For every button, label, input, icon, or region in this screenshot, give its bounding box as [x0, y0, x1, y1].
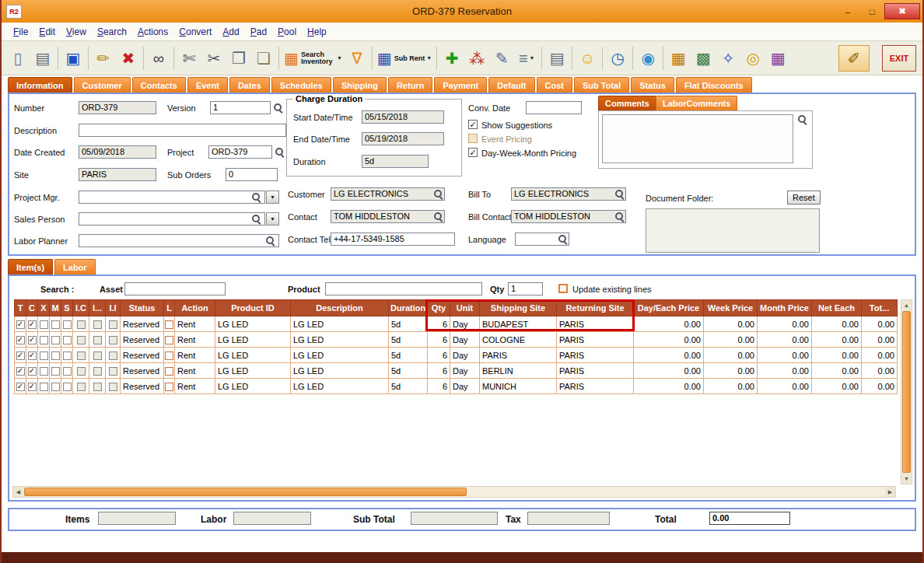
asset-input[interactable]: [124, 282, 226, 295]
col-returning-site[interactable]: Returning Site: [557, 300, 634, 316]
row-checkbox[interactable]: [28, 320, 37, 329]
globe-icon[interactable]: ◉: [635, 44, 660, 72]
cell-duration[interactable]: 5d: [389, 363, 428, 379]
cell-unit[interactable]: Day: [450, 348, 480, 363]
tab-sub-total[interactable]: Sub Total: [574, 77, 629, 93]
row-checkbox-cell[interactable]: [61, 379, 73, 394]
col-i[interactable]: I...: [89, 300, 106, 316]
table-row[interactable]: ReservedRentLG LEDLG LED5d6DayBUDAPESTPA…: [15, 316, 898, 332]
vertical-scrollbar[interactable]: [901, 299, 912, 484]
cell-qty[interactable]: 6: [428, 363, 450, 379]
cards-stack-icon[interactable]: ≡▼: [514, 44, 539, 72]
row-checkbox[interactable]: [93, 367, 102, 376]
tab-event[interactable]: Event: [187, 77, 228, 93]
menu-file[interactable]: File: [8, 24, 33, 40]
row-checkbox[interactable]: [28, 367, 37, 376]
project-field[interactable]: ORD-379: [208, 145, 272, 159]
l-checkbox[interactable]: [165, 351, 173, 360]
cell-status[interactable]: Reserved: [121, 332, 164, 348]
row-checkbox-cell[interactable]: [15, 363, 26, 379]
project-mgr-dropdown-button[interactable]: [266, 191, 279, 204]
bill-contact-field[interactable]: TOM HIDDLESTON: [511, 210, 626, 223]
col-month-price[interactable]: Month Price: [758, 300, 812, 316]
cell-description[interactable]: LG LED: [291, 332, 389, 348]
row-checkbox[interactable]: [51, 336, 60, 344]
col-product-id[interactable]: Product ID: [215, 300, 291, 316]
cell-shipping-site[interactable]: PARIS: [480, 348, 557, 363]
tab-status[interactable]: Status: [631, 77, 674, 93]
row-checkbox-cell[interactable]: [50, 379, 61, 394]
cell-shipping-site[interactable]: COLOGNE: [480, 332, 557, 348]
menu-actions[interactable]: Actions: [132, 24, 173, 40]
scroll-up-icon[interactable]: [901, 300, 912, 310]
table-row[interactable]: ReservedRentLG LEDLG LED5d6DayCOLOGNEPAR…: [15, 332, 898, 348]
project-mgr-search-icon[interactable]: [251, 192, 262, 203]
row-checkbox[interactable]: [77, 383, 86, 391]
row-checkbox[interactable]: [63, 351, 72, 360]
cell-product-id[interactable]: LG LED: [215, 332, 291, 348]
cut-document-icon[interactable]: ✄: [177, 44, 201, 72]
cell-returning-site[interactable]: PARIS: [557, 348, 634, 363]
cell-qty[interactable]: 6: [428, 379, 450, 394]
cell-action[interactable]: Rent: [175, 348, 215, 363]
language-search-icon[interactable]: [558, 234, 569, 245]
row-checkbox-cell[interactable]: [61, 332, 73, 348]
tab-labor[interactable]: Labor: [54, 259, 96, 275]
document-folder-textarea[interactable]: [646, 208, 820, 253]
cell-net-each[interactable]: 0.00: [812, 332, 862, 348]
duration-field[interactable]: 5d: [362, 155, 429, 168]
row-checkbox-cell[interactable]: [73, 316, 89, 332]
row-checkbox[interactable]: [93, 320, 102, 329]
cell-day-each-price[interactable]: 0.00: [634, 348, 704, 363]
maximize-button[interactable]: □: [860, 3, 884, 19]
row-checkbox-cell[interactable]: [15, 332, 26, 348]
col-tot[interactable]: Tot...: [862, 300, 898, 316]
table-row[interactable]: ReservedRentLG LEDLG LED5d6DayPARISPARIS…: [15, 348, 898, 363]
row-checkbox-cell[interactable]: [38, 316, 50, 332]
sales-person-field[interactable]: [79, 212, 265, 226]
cell-product-id[interactable]: LG LED: [215, 316, 291, 332]
cell-status[interactable]: Reserved: [121, 316, 164, 332]
cell-returning-site[interactable]: PARIS: [557, 379, 634, 394]
close-button[interactable]: ✖: [884, 3, 920, 19]
cell-net-each[interactable]: 0.00: [812, 316, 862, 332]
row-checkbox-cell[interactable]: [73, 332, 89, 348]
cell-day-each-price[interactable]: 0.00: [634, 363, 704, 379]
cell-unit[interactable]: Day: [450, 332, 480, 348]
cell-description[interactable]: LG LED: [291, 363, 389, 379]
row-checkbox[interactable]: [40, 351, 48, 360]
row-checkbox[interactable]: [109, 336, 117, 344]
l-checkbox[interactable]: [165, 320, 173, 329]
cell-day-each-price[interactable]: 0.00: [634, 332, 704, 348]
horizontal-scrollbar[interactable]: [12, 486, 896, 498]
menu-help[interactable]: Help: [302, 24, 332, 40]
tab-customer[interactable]: Customer: [74, 77, 131, 93]
tab-item-s[interactable]: Item(s): [8, 259, 53, 275]
menu-pool[interactable]: Pool: [272, 24, 302, 40]
row-checkbox-cell[interactable]: [15, 379, 26, 394]
scroll-right-icon[interactable]: [885, 487, 895, 497]
cell-qty[interactable]: 6: [428, 316, 450, 332]
project-search-icon[interactable]: [275, 147, 285, 158]
cell-shipping-site[interactable]: MUNICH: [480, 379, 557, 394]
wand-button[interactable]: ✐: [838, 45, 870, 72]
cell-product-id[interactable]: LG LED: [215, 363, 291, 379]
cell-shipping-site[interactable]: BERLIN: [480, 363, 557, 379]
row-checkbox[interactable]: [51, 320, 60, 329]
calendar-edit-icon[interactable]: ▩: [691, 44, 716, 72]
cell-returning-site[interactable]: PARIS: [557, 316, 634, 332]
event-pricing-checkbox[interactable]: [468, 134, 478, 143]
cell-week-price[interactable]: 0.00: [704, 363, 758, 379]
row-checkbox-cell[interactable]: [26, 363, 38, 379]
l-checkbox-cell[interactable]: [164, 363, 175, 379]
row-checkbox[interactable]: [16, 383, 25, 391]
row-checkbox-cell[interactable]: [89, 348, 106, 363]
row-checkbox[interactable]: [63, 383, 72, 391]
row-checkbox-cell[interactable]: [106, 348, 121, 363]
cell-net-each[interactable]: 0.00: [812, 379, 862, 394]
l-checkbox-cell[interactable]: [164, 379, 175, 394]
tab-cost[interactable]: Cost: [537, 77, 572, 93]
contact-search-icon[interactable]: [433, 212, 444, 222]
cell-qty[interactable]: 6: [428, 348, 450, 363]
row-checkbox-cell[interactable]: [106, 332, 121, 348]
